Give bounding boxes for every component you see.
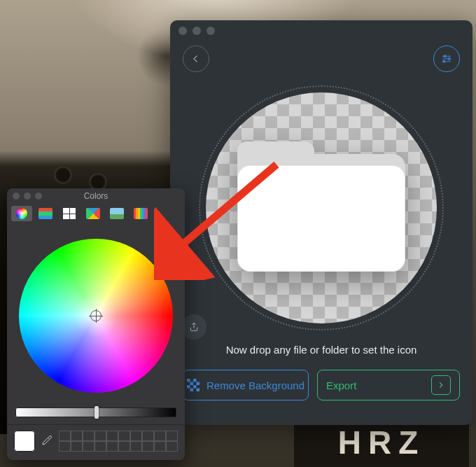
svg-rect-3 <box>187 379 190 382</box>
export-button[interactable]: Export <box>317 370 460 400</box>
icon-drop-zone[interactable] <box>199 85 444 330</box>
arrow-left-icon <box>190 53 202 65</box>
current-color-swatch[interactable] <box>14 431 35 452</box>
svg-rect-4 <box>193 379 197 382</box>
eyedropper-button[interactable] <box>41 434 53 449</box>
back-button[interactable] <box>183 46 209 72</box>
svg-rect-6 <box>196 382 200 386</box>
brightness-knob[interactable] <box>94 406 99 419</box>
tab-color-spectrum[interactable] <box>83 206 104 221</box>
svg-rect-9 <box>190 389 193 392</box>
traffic-minimize[interactable] <box>192 27 201 35</box>
svg-rect-10 <box>196 389 200 392</box>
share-icon <box>188 321 200 333</box>
tab-color-sliders[interactable] <box>35 206 56 221</box>
color-wheel[interactable] <box>19 239 173 393</box>
svg-rect-5 <box>190 382 193 386</box>
share-button[interactable] <box>181 314 206 340</box>
icon-editor-window: Now drop any file or folder to set the i… <box>170 20 472 425</box>
colors-titlebar: Colors <box>7 188 185 204</box>
colors-traffic-zoom[interactable] <box>35 193 42 200</box>
tab-pencils[interactable] <box>130 206 151 221</box>
saved-swatches[interactable] <box>59 431 178 452</box>
tab-color-palettes[interactable] <box>59 206 80 221</box>
remove-background-label: Remove Background <box>206 379 304 391</box>
sliders-icon <box>440 53 453 65</box>
traffic-zoom[interactable] <box>206 27 215 35</box>
folder-icon-preview <box>237 141 405 274</box>
remove-background-button[interactable]: Remove Background <box>183 370 309 400</box>
color-wheel-cursor[interactable] <box>90 310 102 321</box>
colors-traffic-close[interactable] <box>13 193 20 200</box>
colors-traffic-minimize[interactable] <box>24 193 31 200</box>
svg-rect-8 <box>193 385 197 389</box>
colors-panel: Colors <box>7 188 185 460</box>
export-icon <box>431 375 451 395</box>
color-mode-tabs <box>7 204 185 223</box>
svg-rect-7 <box>187 385 190 389</box>
traffic-close[interactable] <box>178 27 187 35</box>
wallpaper-license-plate: HRZ <box>294 418 469 467</box>
drop-hint-text: Now drop any file or folder to set the i… <box>170 341 472 361</box>
settings-button[interactable] <box>433 46 460 72</box>
colors-title: Colors <box>84 191 108 201</box>
tab-color-wheel[interactable] <box>11 206 32 221</box>
eyedropper-icon <box>41 434 53 447</box>
brightness-slider[interactable] <box>15 407 176 417</box>
tab-image-picker[interactable] <box>106 206 127 221</box>
app-titlebar <box>170 20 472 41</box>
export-label: Export <box>326 379 356 391</box>
checker-icon <box>187 379 200 391</box>
